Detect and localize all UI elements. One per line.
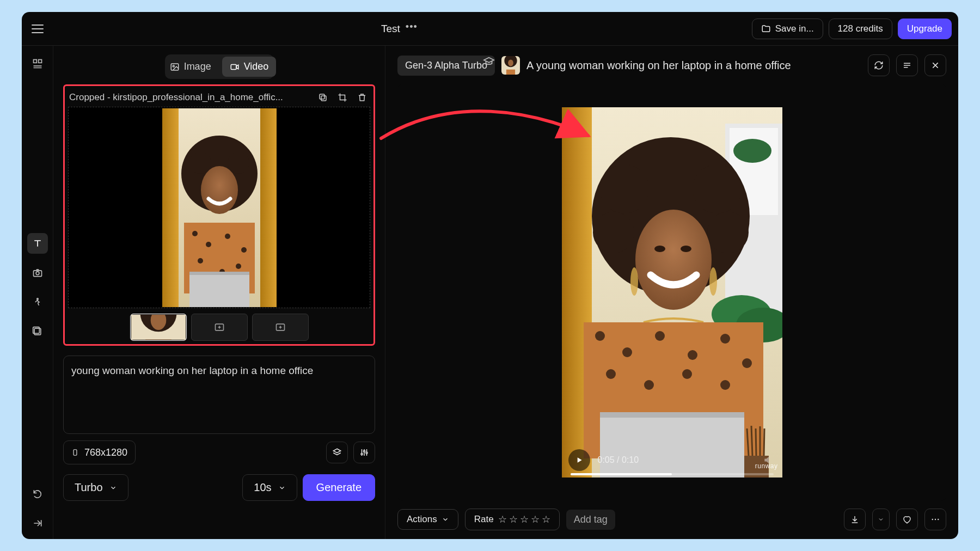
svg-point-71 <box>606 369 616 379</box>
svg-point-58 <box>593 212 634 253</box>
svg-point-67 <box>622 347 632 357</box>
star-icon[interactable]: ☆ <box>531 513 540 525</box>
layers-icon[interactable] <box>326 442 348 463</box>
more-icon[interactable]: ••• <box>406 21 418 33</box>
hamburger-icon[interactable] <box>28 20 47 38</box>
svg-rect-77 <box>600 412 744 418</box>
play-icon[interactable] <box>568 449 590 471</box>
tab-video[interactable]: Video <box>222 57 277 77</box>
chevron-down-icon <box>442 516 449 523</box>
text-icon[interactable] <box>27 233 48 254</box>
app-body: Image Video Cropped - kirstipop_professi <box>22 46 958 539</box>
keyframe-add-mid[interactable] <box>191 314 248 341</box>
svg-point-56 <box>600 164 649 213</box>
tab-image[interactable]: Image <box>162 57 219 77</box>
svg-rect-11 <box>231 64 236 69</box>
svg-point-29 <box>198 258 203 264</box>
source-image <box>162 108 277 307</box>
star-icon[interactable]: ☆ <box>509 513 518 525</box>
svg-point-85 <box>935 519 936 520</box>
generate-button[interactable]: Generate <box>303 474 375 501</box>
svg-point-70 <box>720 334 730 344</box>
aspect-icon[interactable] <box>27 321 48 342</box>
refresh-icon[interactable] <box>868 54 890 76</box>
sliders-icon[interactable] <box>353 442 375 463</box>
rate-widget[interactable]: Rate ☆ ☆ ☆ ☆ ☆ <box>465 509 560 530</box>
add-tag-button[interactable]: Add tag <box>566 510 615 530</box>
close-icon[interactable] <box>924 54 946 76</box>
svg-point-25 <box>192 231 198 236</box>
model-select[interactable]: Turbo <box>63 474 128 501</box>
duplicate-icon[interactable] <box>316 90 330 105</box>
dimensions-label: 768x1280 <box>84 447 127 458</box>
project-title: Test <box>381 23 400 35</box>
dimensions-button[interactable]: 768x1280 <box>63 440 136 464</box>
svg-point-73 <box>682 369 692 379</box>
trash-icon[interactable] <box>355 90 369 105</box>
star-icon[interactable]: ☆ <box>520 513 529 525</box>
svg-point-41 <box>361 454 363 455</box>
portrait-icon <box>71 446 79 458</box>
svg-rect-15 <box>321 96 326 101</box>
duration-select[interactable]: 10s <box>242 474 297 501</box>
svg-point-66 <box>595 331 605 341</box>
layout-icon[interactable] <box>27 53 48 74</box>
expand-icon[interactable] <box>27 513 48 534</box>
download-chevron-icon[interactable] <box>872 509 890 530</box>
svg-point-84 <box>932 519 933 520</box>
star-icon[interactable]: ☆ <box>542 513 550 525</box>
svg-rect-18 <box>162 108 179 307</box>
keyframe-add-end[interactable] <box>252 314 309 341</box>
star-icon[interactable]: ☆ <box>498 513 507 525</box>
more-icon[interactable] <box>924 509 946 530</box>
actions-button[interactable]: Actions <box>397 509 458 530</box>
source-filename: Cropped - kirstipop_professional_in_a_ho… <box>69 92 310 103</box>
video-controls: 0:05 / 0:10 <box>562 443 782 477</box>
generate-label: Generate <box>316 481 362 494</box>
preview-title: A young woman working on her laptop in a… <box>526 59 861 72</box>
svg-point-23 <box>201 166 238 214</box>
prompt-input[interactable]: young woman working on her laptop in a h… <box>63 356 375 434</box>
list-icon[interactable] <box>896 54 918 76</box>
svg-point-52 <box>733 139 771 163</box>
keyframe-1[interactable] <box>130 314 187 341</box>
heart-icon[interactable] <box>896 509 918 530</box>
camera-icon[interactable] <box>27 262 48 283</box>
undo-icon[interactable] <box>27 483 48 504</box>
model-chip[interactable]: Gen-3 Alpha Turbo <box>397 56 495 76</box>
svg-point-72 <box>644 380 654 390</box>
crop-icon[interactable] <box>335 90 350 105</box>
rate-label: Rate <box>474 514 494 525</box>
watermark: runway <box>755 462 778 470</box>
svg-rect-40 <box>74 450 77 456</box>
keyframe-thumbs <box>68 308 370 341</box>
tab-image-label: Image <box>184 61 211 72</box>
svg-rect-1 <box>38 60 41 63</box>
upgrade-button[interactable]: Upgrade <box>898 19 952 39</box>
input-panel: Image Video Cropped - kirstipop_professi <box>53 46 385 539</box>
video-stage[interactable]: 0:05 / 0:10 runway <box>397 84 946 501</box>
image-stage[interactable] <box>68 107 370 308</box>
svg-point-10 <box>173 65 174 67</box>
svg-point-68 <box>655 331 665 341</box>
input-tabs: Image Video <box>165 54 274 79</box>
tab-video-label: Video <box>244 61 269 72</box>
app-window: Test ••• Save in... 128 credits Upgrade <box>22 12 958 539</box>
actions-label: Actions <box>407 514 437 525</box>
chevron-down-icon <box>278 484 286 492</box>
top-bar: Test ••• Save in... 128 credits Upgrade <box>22 12 958 46</box>
model-chip-label: Gen-3 Alpha Turbo <box>405 60 487 71</box>
save-in-label: Save in... <box>775 23 814 34</box>
motion-icon[interactable] <box>27 292 48 313</box>
svg-point-21 <box>189 152 211 174</box>
source-thumb-icon[interactable] <box>501 56 520 75</box>
svg-point-43 <box>366 452 367 454</box>
credits-button[interactable]: 128 credits <box>829 19 892 39</box>
video-progress[interactable] <box>571 473 774 475</box>
save-in-button[interactable]: Save in... <box>752 19 823 39</box>
graduation-cap-icon[interactable] <box>483 56 495 68</box>
download-icon[interactable] <box>844 509 866 530</box>
folder-icon <box>761 24 771 34</box>
stars: ☆ ☆ ☆ ☆ ☆ <box>498 513 550 525</box>
svg-rect-33 <box>189 272 249 275</box>
